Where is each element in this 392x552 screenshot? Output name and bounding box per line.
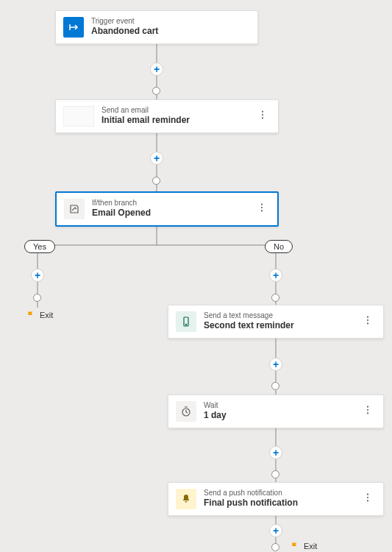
svg-point-14: [367, 316, 368, 318]
svg-point-10: [261, 207, 263, 208]
trigger-title: Abandoned cart: [91, 26, 158, 38]
drop-target[interactable]: [33, 294, 41, 302]
branch-title: Email Opened: [92, 208, 151, 219]
flag-icon: [291, 542, 299, 551]
bell-icon: [176, 489, 196, 509]
svg-point-8: [262, 117, 263, 118]
no-pill[interactable]: No: [265, 240, 293, 253]
drop-target[interactable]: [271, 543, 279, 551]
sms-node[interactable]: Send a text message Second text reminder: [168, 305, 384, 339]
drop-target[interactable]: [152, 87, 160, 95]
wait-node[interactable]: Wait 1 day: [168, 394, 384, 428]
branch-subtitle: If/then branch: [92, 199, 151, 208]
sms-subtitle: Send a text message: [204, 311, 294, 320]
svg-point-23: [367, 500, 368, 501]
more-icon[interactable]: [360, 402, 376, 421]
more-icon[interactable]: [360, 312, 376, 331]
exit-label: Exit: [26, 311, 53, 319]
flag-icon: [26, 311, 35, 319]
drop-target[interactable]: [271, 382, 279, 390]
svg-point-11: [261, 210, 263, 211]
trigger-icon: [63, 17, 84, 38]
svg-point-22: [367, 497, 368, 498]
svg-point-7: [262, 114, 263, 116]
push-title: Final push notification: [204, 498, 298, 509]
svg-point-19: [367, 409, 368, 411]
clock-icon: [176, 401, 196, 422]
connector-lines: [0, 0, 392, 552]
email-title: Initial email reminder: [101, 115, 190, 127]
svg-point-18: [367, 406, 368, 408]
email-subtitle: Send an email: [101, 106, 190, 115]
trigger-node[interactable]: Trigger event Abandoned cart: [55, 10, 258, 44]
add-button[interactable]: +: [150, 63, 163, 76]
svg-point-15: [367, 319, 368, 321]
push-subtitle: Send a push notification: [204, 489, 298, 498]
phone-icon: [176, 311, 196, 332]
add-button[interactable]: +: [269, 446, 282, 459]
add-button[interactable]: +: [31, 269, 44, 282]
email-thumbnail: [63, 106, 94, 127]
drop-target[interactable]: [271, 294, 279, 302]
svg-point-16: [367, 322, 368, 324]
email-node[interactable]: Send an email Initial email reminder: [55, 99, 279, 133]
branch-icon: [64, 199, 85, 219]
svg-point-6: [262, 111, 263, 113]
more-icon[interactable]: [254, 199, 270, 219]
svg-point-13: [185, 324, 186, 325]
more-icon[interactable]: [254, 107, 271, 126]
wait-title: 1 day: [204, 410, 227, 422]
add-button[interactable]: +: [150, 152, 163, 165]
add-button[interactable]: +: [269, 269, 282, 282]
exit-label: Exit: [291, 542, 317, 551]
svg-point-9: [261, 204, 263, 205]
add-button[interactable]: +: [269, 524, 282, 537]
push-node[interactable]: Send a push notification Final push noti…: [168, 482, 384, 516]
drop-target[interactable]: [271, 470, 279, 478]
drop-target[interactable]: [152, 177, 160, 185]
more-icon[interactable]: [360, 489, 376, 509]
sms-title: Second text reminder: [204, 320, 294, 332]
svg-point-21: [367, 494, 368, 495]
wait-subtitle: Wait: [204, 401, 227, 410]
add-button[interactable]: +: [269, 358, 282, 371]
trigger-subtitle: Trigger event: [91, 17, 158, 26]
svg-point-20: [367, 412, 368, 414]
branch-node[interactable]: If/then branch Email Opened: [55, 191, 279, 227]
yes-pill[interactable]: Yes: [24, 240, 55, 253]
